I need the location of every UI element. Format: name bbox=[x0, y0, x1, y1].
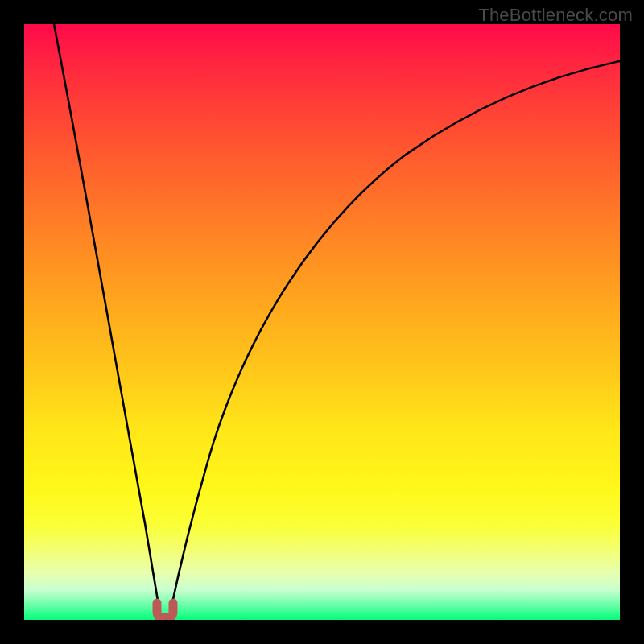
bottleneck-curve-svg bbox=[24, 24, 620, 620]
watermark-text: TheBottleneck.com bbox=[478, 5, 633, 26]
curve-right-branch bbox=[171, 61, 620, 610]
curve-left-branch bbox=[54, 24, 159, 610]
minimum-marker bbox=[157, 603, 173, 617]
